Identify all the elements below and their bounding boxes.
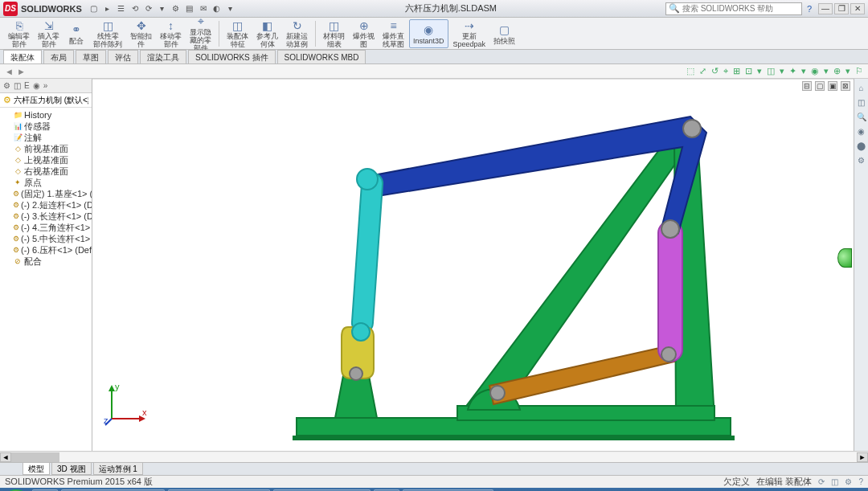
tree-node[interactable]: ✦原点	[2, 177, 90, 188]
tab-SOLIDWORKS MBD[interactable]: SOLIDWORKS MBD	[277, 50, 366, 63]
tree-node[interactable]: ⚙(-) 5.中长连杆<1> (Default	[2, 233, 90, 244]
tab-渲染工具[interactable]: 渲染工具	[140, 50, 186, 63]
ribbon-显示隐藏的零部件[interactable]: ⌖显示隐藏的零部件	[186, 19, 215, 48]
qa-list-icon[interactable]: ▤	[184, 3, 195, 14]
taskpane-view-icon[interactable]: ◉	[856, 125, 867, 137]
qa-mail-icon[interactable]: ✉	[198, 3, 209, 14]
scroll-track[interactable]	[11, 452, 857, 462]
view-tool-icon[interactable]: ⊡	[745, 66, 752, 76]
ribbon-Instant3D[interactable]: ◉Instant3D	[409, 19, 448, 48]
taskpane-lib-icon[interactable]: ◫	[856, 96, 867, 108]
status-unit-icon[interactable]: ◫	[831, 477, 838, 486]
qa-new-icon[interactable]: ▢	[88, 3, 100, 14]
status-settings-icon[interactable]: ⚙	[845, 477, 852, 486]
bottom-tab-运动算例 1[interactable]: 运动算例 1	[93, 463, 143, 475]
view-tool-icon[interactable]: ▾	[780, 66, 784, 76]
scroll-thumb[interactable]	[11, 452, 59, 462]
bottom-tab-模型[interactable]: 模型	[23, 463, 50, 475]
tree-tab-disp-icon[interactable]: ◉	[33, 81, 40, 90]
taskpane-appear-icon[interactable]: ⬤	[856, 140, 867, 151]
vp-win-btn[interactable]: ▢	[815, 81, 825, 91]
help-icon[interactable]: ?	[807, 4, 812, 14]
tree-node[interactable]: 📊传感器	[2, 121, 90, 132]
view-tool-icon[interactable]: ↺	[711, 66, 719, 76]
ribbon-编辑零部件[interactable]: ⎘编辑零部件	[5, 19, 33, 48]
tree-tab-fm-icon[interactable]: ⚙	[3, 81, 10, 90]
ribbon-新建运动算例[interactable]: ↻新建运动算例	[283, 19, 311, 48]
ribbon-更新Speedpak[interactable]: ⇢更新Speedpak	[450, 19, 489, 48]
view-tool-icon[interactable]: ⊞	[733, 66, 740, 76]
tree-tab-prop-icon[interactable]: E	[24, 81, 30, 90]
bottom-tab-3D 视图[interactable]: 3D 视图	[51, 463, 92, 475]
ribbon-配合[interactable]: ⚭配合	[64, 19, 88, 48]
view-tool-icon[interactable]: ⤢	[699, 66, 706, 76]
qa-redo-icon[interactable]: ⟳	[143, 3, 154, 14]
ribbon-移动零部件[interactable]: ↕移动零部件	[157, 19, 185, 48]
tree-node[interactable]: ⚙(-) 4.三角连杆<1> (Default	[2, 222, 90, 233]
qa-more-icon[interactable]: ▾	[225, 3, 236, 14]
tab-草图[interactable]: 草图	[76, 50, 106, 63]
ribbon-爆炸视图[interactable]: ⊕爆炸视图	[350, 19, 378, 48]
scroll-left-icon[interactable]: ◄	[0, 452, 11, 462]
maximize-button[interactable]: ❐	[834, 3, 849, 14]
view-tool-icon[interactable]: ▾	[824, 66, 829, 76]
ribbon-插入零部件[interactable]: ⇲插入零部件	[35, 19, 63, 48]
status-rebuild-icon[interactable]: ⟳	[818, 477, 825, 486]
tree-node[interactable]: ⊘配合	[2, 256, 90, 267]
view-tool-icon[interactable]: ◫	[767, 66, 775, 76]
qa-undo-icon[interactable]: ⟲	[129, 3, 141, 14]
ribbon-智能扣件[interactable]: ✥智能扣件	[127, 19, 155, 48]
graphics-viewport[interactable]: ⊟▢▣⊠	[92, 79, 854, 451]
tree-node[interactable]: ◇上视基准面	[2, 154, 90, 166]
status-help-icon[interactable]: ?	[858, 477, 863, 486]
horizontal-scrollbar[interactable]: ◄ ►	[0, 451, 868, 462]
qa-half-icon[interactable]: ◐	[211, 3, 223, 14]
tree-node[interactable]: ◇右视基准面	[2, 166, 90, 177]
vp-win-btn[interactable]: ⊠	[841, 81, 850, 91]
nav-fwd-icon[interactable]: ►	[17, 67, 26, 76]
qa-dropdown-icon[interactable]: ▾	[157, 3, 168, 14]
taskpane-home-icon[interactable]: ⌂	[856, 82, 867, 93]
tree-node[interactable]: ⚙(-) 3.长连杆<1> (Default<	[2, 211, 90, 222]
tab-布局[interactable]: 布局	[43, 50, 74, 63]
nav-back-icon[interactable]: ◄	[5, 67, 14, 76]
tree-tab-more-icon[interactable]: »	[43, 81, 48, 90]
vp-win-btn[interactable]: ⊟	[802, 81, 812, 91]
view-cube-icon[interactable]	[837, 248, 852, 268]
tab-评估[interactable]: 评估	[108, 50, 138, 63]
ribbon-爆炸直线草图[interactable]: ≡爆炸直线草图	[379, 19, 407, 48]
view-tool-icon[interactable]: ⚐	[855, 66, 863, 76]
orientation-triad[interactable]: y x z	[104, 378, 152, 427]
tree-node[interactable]: ◇前视基准面	[2, 143, 90, 154]
ribbon-材料明细表[interactable]: ◫材料明细表	[320, 19, 348, 48]
tree-node[interactable]: ⚙(-) 2.短连杆<1> (Default<	[2, 199, 90, 211]
scroll-right-icon[interactable]: ►	[857, 452, 868, 462]
tree-node[interactable]: 📝注解	[2, 132, 90, 143]
tab-装配体[interactable]: 装配体	[3, 50, 42, 63]
ribbon-参考几何体[interactable]: ◧参考几何体	[253, 19, 281, 48]
ribbon-拍快照[interactable]: ▢拍快照	[490, 19, 518, 48]
view-tool-icon[interactable]: ⬚	[686, 66, 694, 76]
view-tool-icon[interactable]: ▾	[801, 66, 806, 76]
ribbon-线性零部件陈列[interactable]: ◫线性零部件陈列	[90, 19, 125, 48]
vp-win-btn[interactable]: ▣	[828, 81, 837, 91]
view-tool-icon[interactable]: ◉	[811, 66, 819, 76]
tree-node[interactable]: ⚙(固定) 1.基座<1> (默认<<默	[2, 188, 90, 199]
tree-tab-conf-icon[interactable]: ◫	[14, 81, 21, 90]
ribbon-装配体特征[interactable]: ◫装配体特征	[223, 19, 252, 48]
view-tool-icon[interactable]: ⌖	[723, 66, 728, 76]
tree-root[interactable]: ⚙ 六杆压力机制 (默认<默认_显示	[0, 93, 92, 108]
qa-open-icon[interactable]: ▸	[102, 3, 113, 14]
tree-node[interactable]: 📁History	[2, 109, 90, 121]
qa-save-icon[interactable]: ☰	[116, 3, 127, 14]
view-tool-icon[interactable]: ▾	[757, 66, 762, 76]
help-search[interactable]: 🔍	[665, 2, 802, 15]
view-tool-icon[interactable]: ✦	[789, 66, 796, 76]
close-button[interactable]: ✕	[850, 3, 865, 14]
search-input[interactable]	[682, 3, 799, 14]
tree-node[interactable]: ⚙(-) 6.压杆<1> (Default<	[2, 244, 90, 256]
tab-SOLIDWORKS 插件[interactable]: SOLIDWORKS 插件	[188, 50, 276, 63]
taskpane-custom-icon[interactable]: ⚙	[856, 154, 867, 166]
minimize-button[interactable]: —	[818, 3, 833, 14]
qa-settings-icon[interactable]: ⚙	[170, 3, 182, 14]
